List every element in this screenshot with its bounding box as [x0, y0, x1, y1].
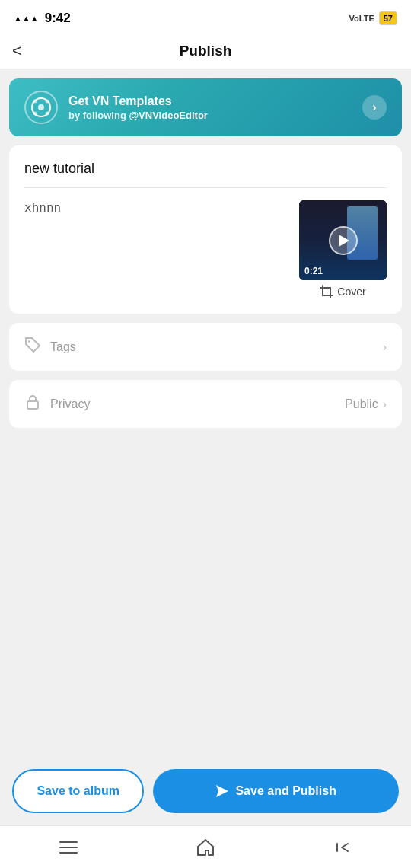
tags-right: › — [383, 340, 387, 354]
vn-templates-banner[interactable]: Get VN Templates by following @VNVideoEd… — [9, 78, 402, 136]
privacy-card: Privacy Public › — [9, 380, 402, 428]
svg-point-2 — [33, 100, 37, 104]
tags-chevron-icon: › — [383, 340, 387, 354]
status-right: VoLTE 57 — [349, 11, 397, 25]
save-publish-label: Save and Publish — [235, 784, 336, 798]
svg-point-4 — [33, 112, 37, 116]
hamburger-icon[interactable] — [49, 832, 88, 863]
status-time: 9:42 — [45, 11, 71, 26]
play-button-icon[interactable] — [329, 226, 358, 255]
play-triangle — [339, 235, 349, 247]
lte-icon: VoLTE — [349, 14, 374, 23]
tags-left: Tags — [24, 337, 76, 357]
signal-icon: ▲▲▲ — [14, 14, 39, 23]
svg-marker-8 — [216, 785, 228, 797]
home-icon[interactable] — [186, 832, 225, 863]
video-preview[interactable]: 0:21 — [299, 200, 387, 280]
privacy-label: Privacy — [50, 397, 90, 411]
tag-icon — [24, 337, 41, 357]
vn-logo-icon — [24, 91, 58, 124]
content-row: xhnnn 0:21 Cover — [24, 200, 387, 298]
banner-left: Get VN Templates by following @VNVideoEd… — [24, 91, 208, 124]
bottom-actions: Save to album Save and Publish — [0, 760, 411, 822]
header: < Publish — [0, 34, 411, 69]
cover-button[interactable]: Cover — [320, 285, 365, 298]
send-icon — [215, 784, 229, 798]
privacy-value: Public — [345, 397, 378, 411]
banner-subtitle: by following @VNVideoEditor — [68, 110, 208, 121]
privacy-right: Public › — [345, 397, 387, 411]
title-input[interactable] — [24, 161, 387, 177]
description-input[interactable]: xhnnn — [24, 200, 287, 246]
privacy-row[interactable]: Privacy Public › — [24, 380, 387, 428]
back-nav-icon[interactable] — [323, 832, 362, 863]
tags-label: Tags — [50, 340, 76, 354]
bottom-nav — [0, 825, 411, 868]
tags-row[interactable]: Tags › — [24, 323, 387, 371]
video-duration: 0:21 — [304, 266, 323, 276]
status-bar: ▲▲▲ 9:42 VoLTE 57 — [0, 0, 411, 34]
banner-text: Get VN Templates by following @VNVideoEd… — [68, 94, 208, 121]
cover-label: Cover — [337, 286, 365, 298]
save-album-button[interactable]: Save to album — [12, 769, 144, 813]
status-left: ▲▲▲ 9:42 — [14, 11, 71, 26]
privacy-chevron-icon: › — [383, 397, 387, 411]
back-button[interactable]: < — [12, 41, 22, 61]
svg-point-1 — [38, 104, 44, 110]
svg-point-5 — [46, 112, 49, 116]
crop-icon — [320, 285, 333, 298]
divider — [24, 187, 387, 188]
battery-indicator: 57 — [379, 11, 397, 25]
svg-point-6 — [28, 340, 30, 343]
save-publish-button[interactable]: Save and Publish — [153, 769, 399, 813]
banner-arrow-icon[interactable]: › — [362, 95, 387, 120]
main-content-card: xhnnn 0:21 Cover — [9, 145, 402, 314]
tags-card: Tags › — [9, 323, 402, 371]
lock-icon — [24, 394, 41, 414]
svg-point-3 — [46, 100, 49, 104]
banner-title: Get VN Templates — [68, 94, 208, 108]
privacy-left: Privacy — [24, 394, 90, 414]
video-thumbnail: 0:21 Cover — [299, 200, 387, 298]
page-title: Publish — [180, 43, 232, 59]
svg-rect-7 — [27, 401, 38, 409]
